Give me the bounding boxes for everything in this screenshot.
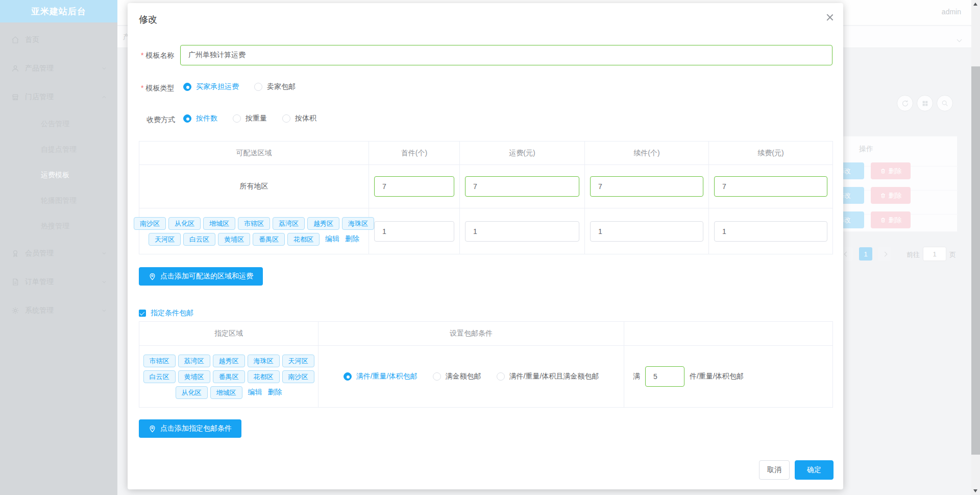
scrollbar-thumb[interactable] <box>971 66 980 455</box>
cancel-button[interactable]: 取消 <box>759 460 790 480</box>
table-row: 市辖区 荔湾区 越秀区 海珠区 天河区 白云区 黄埔区 番禺区 花都区 南沙区 <box>139 346 833 408</box>
next-fee-input[interactable] <box>714 176 827 197</box>
sidebar-item-label: 门店管理 <box>25 92 100 102</box>
radio-checked-icon <box>183 114 191 123</box>
grid-view-button[interactable] <box>917 95 933 111</box>
region-tag: 荔湾区 <box>178 355 210 367</box>
radio-amount[interactable]: 满金额包邮 <box>433 372 481 381</box>
conditional-free-shipping-checkbox[interactable]: 指定条件包邮 <box>139 309 193 318</box>
edit-condition-regions-link[interactable]: 编辑 <box>248 388 262 397</box>
template-name-label: *模板名称 <box>141 51 174 60</box>
delete-condition-regions-link[interactable]: 删除 <box>268 388 282 397</box>
radio-by-volume[interactable]: 按体积 <box>282 114 316 123</box>
radio-unchecked-icon <box>254 83 262 91</box>
radio-seller-free[interactable]: 卖家包邮 <box>254 82 296 91</box>
region-tags: 南沙区 从化区 增城区 市辖区 荔湾区 越秀区 海珠区 天河区 白云区 黄埔区 … <box>139 211 369 252</box>
radio-checked-icon <box>183 83 191 91</box>
chevron-up-icon <box>100 94 108 100</box>
threshold-value-input[interactable] <box>645 366 684 387</box>
region-tag: 从化区 <box>176 386 208 399</box>
sidebar: 亚米建站后台 首页 产品管理 门店管理 公告管理 自提点管理 运费模板 轮播图管… <box>0 0 117 495</box>
first-piece-input[interactable] <box>374 176 454 197</box>
dialog-title: 修改 <box>139 13 157 26</box>
username-menu[interactable]: admin <box>942 8 961 16</box>
first-piece-input[interactable] <box>374 221 454 242</box>
table-row: 南沙区 从化区 增城区 市辖区 荔湾区 越秀区 海珠区 天河区 白云区 黄埔区 … <box>139 208 833 254</box>
condition-type-radio-group: 满件/重量/体积包邮 满金额包邮 满件/重量/体积且满金额包邮 <box>318 372 624 381</box>
delete-regions-link[interactable]: 删除 <box>345 234 359 244</box>
sidebar-subitem-shipping-templates[interactable]: 运费模板 <box>0 162 117 188</box>
page-unit-label: 页 <box>949 250 956 260</box>
column-header: 续费(元) <box>709 142 833 165</box>
scroll-down-arrow[interactable] <box>973 489 977 492</box>
sidebar-item-label: 首页 <box>25 35 108 44</box>
radio-buyer-pays[interactable]: 买家承担运费 <box>183 82 239 91</box>
confirm-button[interactable]: 确定 <box>795 460 834 480</box>
column-header: 运费(元) <box>460 142 585 165</box>
chevron-down-icon <box>100 65 108 72</box>
edit-regions-link[interactable]: 编辑 <box>325 234 339 244</box>
scroll-up-arrow[interactable] <box>973 3 977 6</box>
threshold-prefix: 满 <box>633 372 640 381</box>
close-icon[interactable] <box>826 13 834 21</box>
delete-row-button[interactable]: 删除 <box>871 211 911 228</box>
goto-label: 前往 <box>906 250 920 260</box>
add-condition-button[interactable]: 点击添加指定包邮条件 <box>139 419 241 438</box>
sidebar-subitem-announcements[interactable]: 公告管理 <box>0 111 117 137</box>
region-tag: 南沙区 <box>134 217 166 230</box>
charge-method-label: 收费方式 <box>146 115 175 125</box>
trash-icon <box>880 193 886 199</box>
free-shipping-condition-table: 指定区域 设置包邮条件 市辖区 荔湾区 越秀区 海珠区 天河区 白云区 黄埔区 <box>139 321 833 408</box>
search-button[interactable] <box>937 95 953 111</box>
vertical-scrollbar[interactable] <box>971 0 980 495</box>
sidebar-item-label: 订单管理 <box>25 277 100 287</box>
radio-unchecked-icon <box>497 372 505 381</box>
sidebar-subitem-hot-search[interactable]: 热搜管理 <box>0 214 117 239</box>
sidebar-subitem-pickup-points[interactable]: 自提点管理 <box>0 137 117 162</box>
sidebar-item-system[interactable]: 系统管理 <box>0 296 117 325</box>
delete-row-button[interactable]: 删除 <box>871 187 911 204</box>
template-type-label: *模板类型 <box>141 84 174 93</box>
trash-icon <box>880 168 886 174</box>
radio-unchecked-icon <box>433 372 441 381</box>
chevron-down-icon <box>958 34 961 43</box>
radio-checked-icon <box>344 372 352 381</box>
first-fee-input[interactable] <box>465 176 579 197</box>
region-tag: 白云区 <box>183 233 215 246</box>
chevron-down-icon <box>100 308 108 314</box>
charge-method-radio-group: 按件数 按重量 按体积 <box>183 114 316 123</box>
location-pin-icon <box>149 425 156 433</box>
sidebar-subitem-carousel[interactable]: 轮播图管理 <box>0 188 117 214</box>
refresh-button[interactable] <box>897 95 913 111</box>
delete-row-button[interactable]: 删除 <box>871 162 911 179</box>
home-icon <box>11 36 19 44</box>
radio-by-weight[interactable]: 按重量 <box>233 114 267 123</box>
radio-by-piece[interactable]: 按件数 <box>183 114 217 123</box>
next-piece-input[interactable] <box>590 176 703 197</box>
next-piece-input[interactable] <box>590 221 703 242</box>
column-header: 续件(个) <box>585 142 709 165</box>
add-region-button[interactable]: 点击添加可配送的区域和运费 <box>139 267 263 286</box>
radio-piece-and-amount[interactable]: 满件/重量/体积且满金额包邮 <box>497 372 599 381</box>
sidebar-item-stores[interactable]: 门店管理 <box>0 83 117 111</box>
radio-piece-weight-volume[interactable]: 满件/重量/体积包邮 <box>344 372 418 381</box>
next-fee-input[interactable] <box>714 221 827 242</box>
region-tag: 天河区 <box>282 355 314 367</box>
sidebar-item-products[interactable]: 产品管理 <box>0 54 117 83</box>
checkbox-checked-icon <box>139 310 146 317</box>
column-header: 设置包邮条件 <box>318 322 624 346</box>
grid-icon <box>922 100 928 107</box>
region-tag: 黄埔区 <box>218 233 250 246</box>
template-name-input[interactable] <box>180 45 832 65</box>
next-page-button[interactable] <box>878 247 891 261</box>
threshold-suffix: 件/重量/体积包邮 <box>690 372 744 381</box>
sidebar-item-members[interactable]: 会员管理 <box>0 239 117 268</box>
sidebar-item-orders[interactable]: 订单管理 <box>0 268 117 296</box>
table-header-row: 指定区域 设置包邮条件 <box>139 322 833 346</box>
page-number-active[interactable]: 1 <box>859 247 872 261</box>
edit-template-dialog: 修改 *模板名称 *模板类型 买家承担运费 卖家包邮 收费方式 按件数 按重量 … <box>128 3 843 489</box>
sidebar-item-home[interactable]: 首页 <box>0 26 117 54</box>
goto-page-input[interactable] <box>923 247 946 261</box>
first-fee-input[interactable] <box>465 221 579 242</box>
radio-unchecked-icon <box>233 114 241 123</box>
